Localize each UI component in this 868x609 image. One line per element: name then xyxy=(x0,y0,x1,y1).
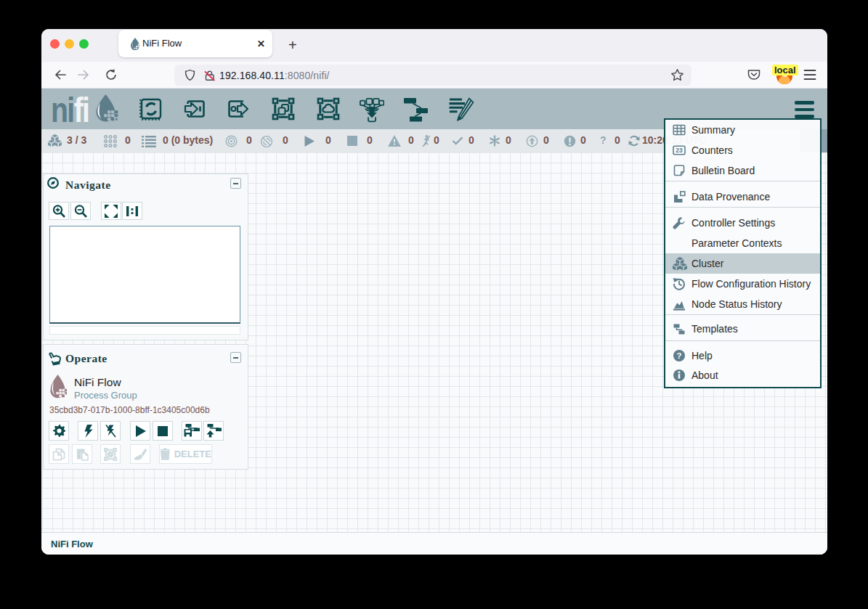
svg-text:?: ? xyxy=(676,351,681,360)
svg-text:23: 23 xyxy=(676,147,683,154)
